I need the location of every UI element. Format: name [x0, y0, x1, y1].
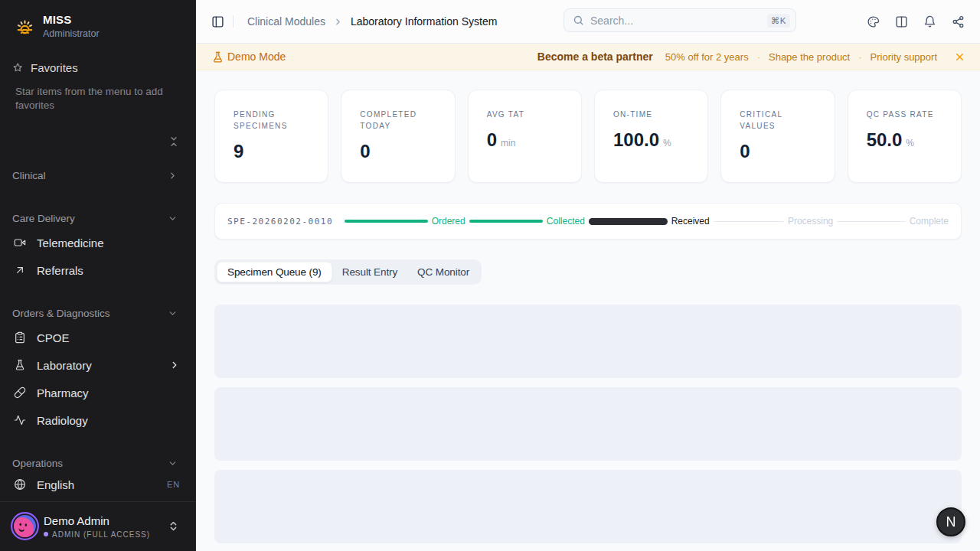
chevron-down — [168, 458, 178, 468]
sidebar-user-footer[interactable]: Demo Admin ADMIN (FULL ACCESS) — [0, 501, 195, 551]
tracker-step-processing: Processing — [788, 216, 833, 227]
tab-qc-monitor[interactable]: QC Monitor — [407, 262, 479, 282]
kpi-label: COMPLETED TODAY — [360, 109, 436, 132]
beta-partner-link[interactable]: Become a beta partner — [537, 51, 653, 63]
sidebar: MISS Administrator Favorites Star items … — [0, 0, 196, 551]
theme-button[interactable] — [861, 10, 884, 33]
sidebar-item-label: Telemedicine — [37, 236, 104, 249]
user-meta: Demo Admin ADMIN (FULL ACCESS) — [44, 514, 168, 539]
tab-result-entry[interactable]: Result Entry — [332, 262, 407, 282]
nav-section-care-delivery: Care DeliveryTelemedicineReferrals — [0, 210, 195, 284]
tab-list: Specimen Queue (9)Result EntryQC Monitor — [214, 259, 482, 285]
sidebar-item-cpoe[interactable]: CPOE — [0, 324, 195, 351]
banner-right: Become a beta partner 50% off for 2 year… — [537, 51, 937, 63]
sunset-logo-icon — [15, 17, 34, 36]
section-label: Operations — [12, 458, 63, 469]
kpi-card-on-time: ON-TIME100.0% — [594, 90, 708, 183]
demo-mode-label: Demo Mode — [227, 51, 286, 63]
collapse-all-button[interactable] — [168, 135, 180, 148]
panel-left-icon — [211, 15, 224, 28]
columns-icon — [895, 15, 908, 28]
sidebar-item-label: Referrals — [37, 264, 83, 277]
topbar: Clinical Modules Laboratory Information … — [196, 0, 980, 44]
banner-perk: Priority support — [871, 51, 937, 63]
sidebar-item-laboratory[interactable]: Laboratory — [0, 351, 195, 379]
breadcrumb-parent[interactable]: Clinical Modules — [247, 15, 325, 28]
banner-close-button[interactable] — [949, 46, 970, 67]
loading-skeleton — [214, 305, 962, 378]
tracker-segment-pending — [837, 221, 905, 222]
favorites-header: Favorites — [0, 60, 195, 75]
chevron-down — [168, 308, 178, 318]
kpi-card-qc-pass-rate: QC PASS RATE50.0% — [848, 90, 962, 183]
globe-icon — [14, 478, 26, 491]
sidebar-item-referrals[interactable]: Referrals — [0, 256, 195, 284]
kpi-unit: % — [663, 138, 671, 148]
layout-columns-button[interactable] — [890, 10, 913, 33]
kpi-value: 0 — [740, 139, 750, 164]
app-logo-row[interactable]: MISS Administrator — [0, 0, 195, 40]
favorites-hint: Star items from the menu to add favorite… — [0, 85, 188, 112]
sidebar-item-radiology[interactable]: Radiology — [0, 406, 195, 434]
search-input[interactable]: Search... ⌘K — [564, 8, 796, 32]
bell-icon — [923, 15, 936, 28]
section-header-clinical[interactable]: Clinical — [0, 168, 195, 183]
sidebar-item-label: English — [37, 478, 74, 491]
section-label: Clinical — [12, 170, 46, 181]
nav-section-orders-diagnostics: Orders & DiagnosticsCPOELaboratoryPharma… — [0, 305, 195, 434]
language-badge: EN — [167, 480, 180, 489]
tab-specimen-queue-9[interactable]: Specimen Queue (9) — [217, 262, 332, 282]
kpi-unit: min — [501, 138, 515, 148]
kpi-value: 0 — [487, 128, 497, 152]
search-icon — [573, 15, 584, 26]
sidebar-item-telemedicine[interactable]: Telemedicine — [0, 229, 195, 256]
chevrons-up-down-icon[interactable] — [168, 520, 179, 532]
app-role: Administrator — [43, 28, 100, 40]
nav-section-clinical: Clinical — [0, 168, 195, 183]
section-header-operations[interactable]: Operations — [0, 455, 195, 471]
section-header-orders-diagnostics[interactable]: Orders & Diagnostics — [0, 305, 195, 321]
main-area: Clinical Modules Laboratory Information … — [196, 0, 980, 551]
kpi-row: PENDING SPECIMENS9COMPLETED TODAY0AVG TA… — [214, 90, 962, 183]
kpi-value: 9 — [234, 139, 243, 164]
notifications-button[interactable] — [918, 10, 941, 33]
tracker-steps: OrderedCollectedReceivedProcessingComple… — [345, 216, 949, 227]
chevron-right-icon — [333, 17, 343, 27]
role-status-dot — [44, 532, 48, 536]
flask-icon — [14, 359, 26, 371]
share-button[interactable] — [946, 10, 969, 33]
kpi-label: ON-TIME — [613, 109, 690, 120]
kpi-label: QC PASS RATE — [867, 109, 943, 120]
tracker-step-received: Received — [671, 216, 710, 227]
search-placeholder: Search... — [590, 15, 767, 27]
kpi-value: 100.0 — [613, 128, 659, 152]
sidebar-item-pharmacy[interactable]: Pharmacy — [0, 379, 195, 406]
search-shortcut-badge: ⌘K — [767, 14, 790, 28]
tracker-segment-done — [469, 220, 543, 223]
nav-section-operations: OperationsEnglishEN — [0, 455, 195, 498]
breadcrumb: Clinical Modules Laboratory Information … — [247, 15, 497, 28]
demo-banner: Demo Mode Become a beta partner 50% off … — [196, 44, 980, 70]
sidebar-item-english[interactable]: EnglishEN — [0, 471, 195, 498]
kpi-card-completed-today: COMPLETED TODAY0 — [341, 90, 455, 183]
favorites-label: Favorites — [31, 61, 78, 74]
share-icon — [952, 15, 965, 28]
perk-separator: · — [858, 51, 861, 63]
sidebar-toggle-button[interactable] — [206, 10, 229, 33]
tracker-step-complete: Complete — [910, 216, 949, 227]
arrow-up-right-icon — [14, 264, 26, 276]
kpi-card-pending-specimens: PENDING SPECIMENS9 — [214, 90, 328, 183]
tracker-segment-done — [345, 220, 428, 223]
app-name: MISS — [43, 13, 100, 27]
chevron-right — [169, 360, 180, 370]
tracker-step-collected: Collected — [547, 216, 585, 227]
logo-text: MISS Administrator — [43, 13, 100, 40]
topbar-divider — [233, 15, 234, 28]
section-header-care-delivery[interactable]: Care Delivery — [0, 210, 195, 226]
sidebar-item-label: Pharmacy — [37, 386, 89, 399]
banner-perk: 50% off for 2 years — [665, 51, 749, 63]
user-role-row: ADMIN (FULL ACCESS) — [44, 530, 168, 539]
nextjs-dev-button[interactable]: N — [936, 507, 965, 536]
user-avatar — [11, 512, 39, 540]
page-content: PENDING SPECIMENS9COMPLETED TODAY0AVG TA… — [196, 70, 980, 543]
